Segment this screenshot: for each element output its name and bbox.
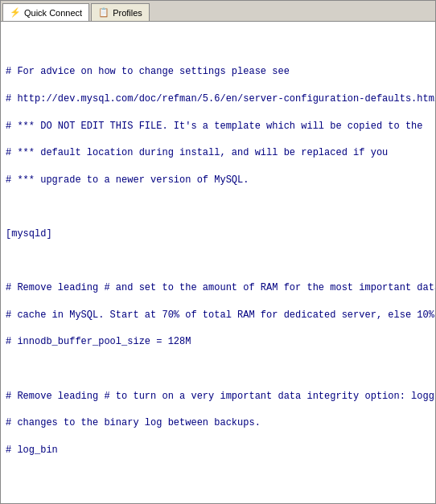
- tab-quick-connect[interactable]: ⚡Quick Connect: [2, 3, 89, 21]
- profiles-icon: 📋: [98, 7, 109, 18]
- line-6: [mysqld]: [6, 227, 430, 241]
- quick-connect-label: Quick Connect: [24, 8, 82, 18]
- tab-profiles[interactable]: 📋Profiles: [91, 3, 150, 21]
- line-15: [6, 470, 430, 484]
- line-13: # changes to the binary log between back…: [6, 416, 430, 430]
- content-area[interactable]: # For advice on how to change settings p…: [1, 22, 435, 503]
- line-4: # *** upgrade to a newer version of MySQ…: [6, 174, 430, 187]
- line-14: # log_bin: [6, 444, 430, 457]
- line-3: # *** default location during install, a…: [6, 146, 430, 160]
- quick-connect-icon: ⚡: [10, 7, 21, 18]
- line-12: # Remove leading # to turn on a very imp…: [6, 390, 430, 404]
- line-10: # innodb_buffer_pool_size = 128M: [6, 335, 430, 349]
- line-16: [6, 498, 430, 503]
- line-9: # cache in MySQL. Start at 70% of total …: [6, 309, 430, 322]
- line-1: # http://dev.mysql.com/doc/refman/5.6/en…: [6, 92, 430, 106]
- tab-bar: ⚡Quick Connect📋Profiles: [1, 1, 435, 22]
- main-window: ⚡Quick Connect📋Profiles # For advice on …: [0, 0, 436, 504]
- line-0: # For advice on how to change settings p…: [6, 65, 430, 79]
- line-2: # *** DO NOT EDIT THIS FILE. It's a temp…: [6, 120, 430, 133]
- line-7: [6, 255, 430, 268]
- line-5: [6, 200, 430, 214]
- line-11: [6, 363, 430, 376]
- line-8: # Remove leading # and set to the amount…: [6, 281, 430, 295]
- profiles-label: Profiles: [113, 8, 142, 18]
